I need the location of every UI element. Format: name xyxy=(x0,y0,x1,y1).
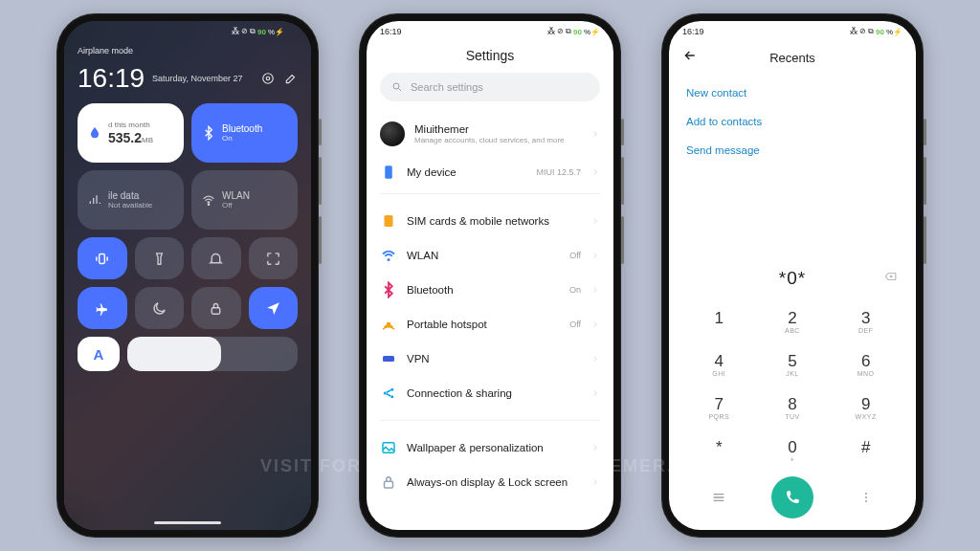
status-icons: ⁂ ⊘ ⧉ xyxy=(232,27,256,36)
page-title: Recents xyxy=(682,51,902,65)
key-digit: 4 xyxy=(715,353,724,369)
wall-icon xyxy=(380,439,397,456)
sim-icon xyxy=(380,212,397,230)
bt-icon xyxy=(380,281,397,298)
action-link[interactable]: New contact xyxy=(686,78,899,107)
dialpad-key[interactable]: 0+ xyxy=(756,430,830,473)
svg-rect-7 xyxy=(385,215,393,227)
call-button[interactable] xyxy=(771,476,813,518)
droplet-icon xyxy=(87,125,102,141)
data-label: d this month xyxy=(108,121,153,129)
wifi-icon xyxy=(201,192,216,208)
status-time: 16:19 xyxy=(682,27,704,36)
device-value: MIUI 12.5.7 xyxy=(536,167,581,177)
search-input[interactable]: Search settings xyxy=(380,73,600,101)
panel-title: Airplane mode xyxy=(78,46,298,55)
edit-icon[interactable] xyxy=(284,72,298,85)
chevron-right-icon xyxy=(590,164,600,181)
dialpad-key[interactable]: 9WXYZ xyxy=(829,386,902,430)
account-row[interactable]: MiuithemerManage accounts, cloud service… xyxy=(380,113,600,155)
dialpad-key[interactable]: 2ABC xyxy=(756,300,830,343)
dialpad-key[interactable]: 8TUV xyxy=(756,386,830,430)
location-toggle[interactable] xyxy=(249,287,299,329)
lock-icon xyxy=(208,300,224,317)
mobile-sub: Not available xyxy=(108,201,152,209)
mobile-title: ile data xyxy=(108,190,152,201)
dialpad-key[interactable]: 5JKL xyxy=(756,343,830,386)
key-digit: 9 xyxy=(861,396,870,412)
settings-row[interactable]: SIM cards & mobile networks xyxy=(380,204,600,238)
bluetooth-tile[interactable]: BluetoothOn xyxy=(191,103,298,163)
dialpad-key[interactable]: 4GHI xyxy=(682,343,756,386)
device-icon xyxy=(380,164,397,181)
battery-pct: 90 xyxy=(876,28,884,36)
backspace-button[interactable] xyxy=(881,270,899,287)
chevron-right-icon xyxy=(590,439,600,456)
dnd-toggle[interactable] xyxy=(191,237,241,279)
vibrate-toggle[interactable] xyxy=(78,237,127,279)
device-row[interactable]: My device MIUI 12.5.7 xyxy=(380,155,600,189)
nightmode-toggle[interactable] xyxy=(135,287,185,329)
battery-tail: %⚡ xyxy=(584,28,600,36)
settings-row[interactable]: Portable hotspotOff xyxy=(380,307,600,342)
svg-point-11 xyxy=(384,392,387,395)
svg-rect-3 xyxy=(100,253,105,263)
battery-pct: 90 xyxy=(257,28,266,36)
settings-row[interactable]: WLANOff xyxy=(380,238,600,273)
dialpad-key[interactable]: 1 xyxy=(682,300,756,343)
dialpad-key[interactable]: 6MNO xyxy=(829,343,902,386)
row-label: WLAN xyxy=(407,250,560,261)
flashlight-icon xyxy=(151,251,167,267)
airplane-toggle[interactable] xyxy=(78,287,127,329)
lock-toggle[interactable] xyxy=(191,287,241,329)
data-usage-tile[interactable]: d this month 535.2MB xyxy=(78,103,184,163)
svg-rect-4 xyxy=(212,307,221,313)
auto-brightness-button[interactable]: A xyxy=(78,337,120,371)
key-letters: GHI xyxy=(712,370,725,378)
settings-row[interactable]: BluetoothOn xyxy=(380,273,600,307)
battery-pct: 90 xyxy=(573,28,582,36)
hotspot-icon xyxy=(380,316,397,333)
vibrate-icon xyxy=(94,251,110,267)
key-digit: 5 xyxy=(788,353,796,369)
mobile-data-tile[interactable]: ile dataNot available xyxy=(78,170,184,230)
svg-point-17 xyxy=(865,496,867,498)
airplane-icon xyxy=(94,300,110,317)
chevron-right-icon xyxy=(590,281,600,298)
flashlight-toggle[interactable] xyxy=(135,237,185,279)
location-icon xyxy=(265,300,281,317)
settings-row[interactable]: Connection & sharing xyxy=(380,376,600,410)
svg-point-16 xyxy=(865,493,867,495)
row-label: Always-on display & Lock screen xyxy=(407,476,581,488)
home-indicator[interactable] xyxy=(154,521,221,524)
more-button[interactable] xyxy=(829,490,902,505)
key-digit: 0 xyxy=(788,439,796,455)
date: Saturday, November 27 xyxy=(152,74,242,83)
wlan-tile[interactable]: WLANOff xyxy=(191,170,298,230)
chevron-right-icon xyxy=(590,350,600,367)
bt-sub: On xyxy=(222,134,262,143)
wlan-sub: Off xyxy=(222,201,250,209)
wifi-icon xyxy=(380,247,397,264)
settings-row[interactable]: VPN xyxy=(380,342,600,376)
screenshot-toggle[interactable] xyxy=(249,237,299,279)
action-link[interactable]: Add to contacts xyxy=(686,107,899,136)
data-unit: MB xyxy=(142,136,153,144)
svg-point-5 xyxy=(393,83,399,89)
settings-icon[interactable] xyxy=(261,72,275,85)
dialpad-key[interactable]: 7PQRS xyxy=(682,386,756,430)
chevron-right-icon xyxy=(590,247,600,264)
dialpad-key[interactable]: 3DEF xyxy=(829,300,902,343)
status-bar: 16:19 ⁂ ⊘ ⧉90%⚡ xyxy=(669,21,916,42)
menu-button[interactable] xyxy=(682,490,756,505)
brightness-slider[interactable] xyxy=(127,337,298,371)
capture-icon xyxy=(265,251,281,267)
key-digit: * xyxy=(716,439,723,455)
key-digit: 2 xyxy=(788,310,796,326)
chevron-right-icon xyxy=(590,385,600,402)
bt-title: Bluetooth xyxy=(222,123,262,134)
search-icon xyxy=(391,81,403,93)
dialpad-key[interactable]: # xyxy=(829,430,902,473)
status-bar: 16:19 ⁂ ⊘ ⧉90%⚡ xyxy=(367,21,613,42)
action-link[interactable]: Send message xyxy=(686,136,899,165)
